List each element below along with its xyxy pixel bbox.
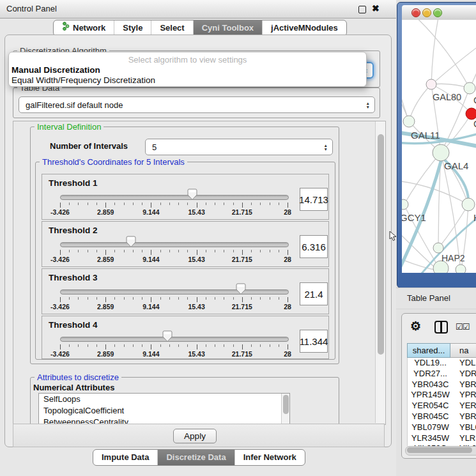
- cell-shared-name[interactable]: YPR145W: [408, 390, 453, 401]
- minor-tick: [187, 297, 188, 300]
- svg-text:GAL4: GAL4: [444, 160, 468, 171]
- network-icon: [62, 20, 70, 36]
- threshold-3-slider[interactable]: -3.4262.8599.14415.4321.71528: [60, 287, 289, 312]
- cell-shared-name[interactable]: YDR27...: [408, 369, 453, 380]
- tick-label: 9.144: [142, 208, 159, 216]
- table-data-combo[interactable]: galFiltered.sif default node ▲▼: [19, 96, 375, 113]
- tab-impute-data[interactable]: Impute Data: [93, 450, 157, 465]
- tab-jactivemnodules[interactable]: jActiveMNodules: [262, 20, 346, 36]
- column-header-shared[interactable]: shared...: [407, 343, 450, 358]
- minor-tick: [187, 344, 188, 347]
- network-graph: GAL80 GA C GAL11 GAL4 GCY1 H HAP2: [402, 20, 476, 273]
- minor-tick: [233, 344, 234, 347]
- minor-tick: [206, 344, 206, 347]
- cell-name[interactable]: YBR0: [453, 411, 476, 422]
- cell-shared-name[interactable]: YBR045C: [408, 411, 453, 422]
- table-row[interactable]: YDL19...YDL1: [408, 358, 476, 369]
- column-header-name[interactable]: na: [450, 343, 476, 358]
- algorithm-dropdown-popup: Select algorithm to view settings Manual…: [8, 52, 367, 87]
- zoom-traffic-light[interactable]: [433, 8, 442, 17]
- cell-shared-name[interactable]: YER054C: [408, 401, 453, 411]
- slider-track[interactable]: [60, 337, 289, 342]
- tab-network[interactable]: Network: [54, 20, 114, 36]
- minor-tick: [206, 203, 206, 205]
- threshold-4-slider[interactable]: -3.4262.8599.14415.4321.71528: [60, 334, 289, 360]
- node-gal4[interactable]: [433, 144, 449, 161]
- cell-shared-name[interactable]: YLR345W: [408, 433, 453, 444]
- threshold-2-value-field[interactable]: 6.316: [300, 235, 328, 258]
- node-h[interactable]: [462, 198, 475, 211]
- threshold-3-row: Threshold 3 -3.4262.8599.14415.4321.7152…: [42, 268, 329, 314]
- table-row[interactable]: YBL079WYBL0: [408, 422, 476, 433]
- threshold-3-value-field[interactable]: 21.4: [300, 282, 328, 305]
- svg-text:GAL80: GAL80: [433, 92, 461, 102]
- tab-discretize-data[interactable]: Discretize Data: [157, 450, 234, 465]
- table-row[interactable]: YLR345WYLR3: [408, 433, 476, 444]
- slider-track[interactable]: [60, 195, 289, 200]
- list-scrollbar[interactable]: [281, 394, 289, 425]
- table-horizontal-scrollbar[interactable]: [405, 446, 476, 456]
- gear-icon[interactable]: ⚙: [410, 319, 421, 334]
- dropdown-item-equal-width[interactable]: Equal Width/Frequency Discretization: [9, 75, 366, 86]
- cell-shared-name[interactable]: YBR043C: [408, 380, 453, 390]
- settings-scrollbar[interactable]: [375, 121, 385, 423]
- cell-name[interactable]: YBR0: [453, 380, 476, 390]
- cell-shared-name[interactable]: YDL19...: [408, 358, 453, 369]
- tab-select[interactable]: Select: [151, 20, 192, 36]
- threshold-2-slider[interactable]: -3.4262.8599.14415.4321.71528: [60, 240, 289, 265]
- network-canvas[interactable]: GAL80 GA C GAL11 GAL4 GCY1 H HAP2: [402, 20, 476, 273]
- node-bottom-small[interactable]: [456, 265, 466, 273]
- table-row[interactable]: YBR045CYBR0: [408, 411, 476, 422]
- cell-name[interactable]: YER0: [453, 401, 476, 411]
- slider-thumb[interactable]: [187, 188, 197, 201]
- cell-name[interactable]: YDR2: [453, 369, 476, 380]
- threshold-4-value-field[interactable]: 11.344: [300, 330, 328, 353]
- minor-tick: [270, 250, 270, 252]
- slider-thumb[interactable]: [162, 330, 173, 342]
- close-traffic-light[interactable]: [411, 8, 420, 17]
- dropdown-item-manual-discretization[interactable]: Manual Discretization: [9, 65, 366, 75]
- slider-thumb[interactable]: [126, 236, 136, 248]
- columns-icon[interactable]: [434, 321, 448, 334]
- table-row[interactable]: YER054CYER0: [408, 401, 476, 411]
- close-icon[interactable]: ✖: [372, 3, 380, 13]
- threshold-1-value-field[interactable]: 14.713: [300, 188, 328, 211]
- select-checkboxes-icon[interactable]: ☑☑: [456, 322, 469, 332]
- minor-tick: [251, 203, 252, 205]
- minor-tick: [169, 203, 170, 205]
- number-of-intervals-combo[interactable]: 5 ▲▼: [145, 139, 333, 155]
- cell-shared-name[interactable]: YBL079W: [408, 422, 453, 433]
- minor-tick: [124, 344, 125, 347]
- apply-button[interactable]: Apply: [173, 429, 217, 443]
- threshold-coordinates-label: Threshold's Coordinates for 5 Intervals: [40, 157, 187, 167]
- tab-cyni-toolbox[interactable]: Cyni Toolbox: [193, 20, 262, 36]
- slider-track[interactable]: [60, 289, 289, 295]
- tab-style[interactable]: Style: [114, 20, 151, 36]
- tick-label: 21.715: [232, 208, 252, 216]
- slider-thumb[interactable]: [236, 283, 246, 295]
- table-row[interactable]: YBR043CYBR0: [408, 380, 476, 390]
- numerical-attributes-list[interactable]: SelfLoopsTopologicalCoefficientBetweenne…: [38, 393, 290, 425]
- list-item[interactable]: TopologicalCoefficient: [39, 405, 289, 417]
- cell-name[interactable]: YLR3: [453, 433, 476, 444]
- node-hap2[interactable]: [433, 243, 443, 253]
- tab-infer-network[interactable]: Infer Network: [234, 450, 305, 465]
- node-gcy1[interactable]: [402, 199, 408, 210]
- threshold-1-slider[interactable]: -3.4262.8599.14415.4321.71528: [60, 192, 289, 218]
- float-window-icon[interactable]: [358, 6, 366, 13]
- cell-name[interactable]: YBL0: [453, 422, 476, 433]
- minimize-traffic-light[interactable]: [422, 8, 431, 17]
- major-tick: [242, 297, 243, 302]
- node-ga[interactable]: [464, 82, 475, 94]
- table-row[interactable]: YDR27...YDR2: [408, 369, 476, 380]
- node-gal80[interactable]: [426, 79, 436, 89]
- table-row[interactable]: YPR145WYPR1: [408, 390, 476, 401]
- cell-name[interactable]: YPR1: [453, 390, 476, 401]
- node-gal11[interactable]: [403, 116, 415, 127]
- node-red[interactable]: [466, 108, 476, 119]
- cell-name[interactable]: YDL1: [453, 358, 476, 369]
- network-window-titlebar[interactable]: [402, 5, 476, 20]
- list-item[interactable]: SelfLoops: [39, 394, 289, 405]
- tick-label: 28: [284, 350, 291, 358]
- slider-track[interactable]: [60, 242, 289, 247]
